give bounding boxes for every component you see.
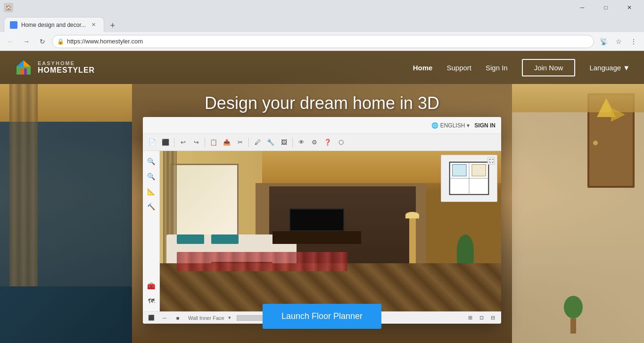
language-label: Language (589, 64, 621, 72)
tool-zoom-out[interactable]: 🔍 (145, 170, 158, 183)
close-button[interactable]: ✕ (619, 0, 640, 15)
toolbar-view-btn[interactable]: 👁 (296, 137, 307, 148)
statusbar-fit-icon[interactable]: ⊞ (465, 313, 475, 323)
globe-icon: 🌐 (431, 122, 438, 129)
address-input[interactable]: 🔒 https://www.homestyler.com (52, 35, 594, 48)
toolbar-redo-btn[interactable]: ↪ (190, 137, 202, 148)
statusbar-right: ⊞ ⊡ ⊟ (465, 313, 497, 323)
svg-rect-3 (20, 68, 23, 75)
statusbar-zoom-in-icon[interactable]: ⊡ (477, 313, 486, 323)
svg-rect-9 (472, 165, 486, 176)
toolbar-separator-3 (248, 138, 249, 147)
dropdown-arrow-icon: ▾ (467, 122, 470, 129)
app-signin-button[interactable]: SIGN IN (474, 122, 495, 129)
minimap-controls: ⛶ (487, 157, 495, 165)
title-bar: 🏠 ─ □ ✕ (0, 0, 644, 15)
toolbar-new-btn[interactable]: 📄 (147, 137, 158, 148)
app-header: 🌐 ENGLISH ▾ SIGN IN (143, 117, 501, 134)
toolbar-separator-4 (292, 138, 293, 147)
bookmark-icon[interactable]: ☆ (612, 35, 625, 48)
toolbar-copy-btn[interactable]: 📋 (208, 137, 219, 148)
tool-more[interactable]: 🧰 (145, 279, 158, 293)
statusbar-icon-3[interactable]: ■ (173, 313, 182, 323)
launch-floor-planner-button[interactable]: Launch Floor Planner (263, 304, 381, 329)
language-button[interactable]: Language ▼ (589, 64, 630, 72)
toolbar-share-btn[interactable]: ⬡ (335, 137, 347, 148)
minimap-expand[interactable]: ⛶ (487, 157, 495, 165)
website-content: EASYHOME HOMESTYLER Home Support Sign In… (0, 51, 644, 343)
app-toolbar: 📄 ⬛ ↩ ↪ 📋 📤 ✂ 🖊 🔧 🖼 👁 ⚙ ❓ ⬡ (143, 134, 501, 151)
toolbar-undo-btn[interactable]: ↩ (177, 137, 189, 148)
app-main-area: 🔍 🔍 📐 🔨 🧰 🗺 (143, 151, 501, 311)
menu-button[interactable]: ⋮ (627, 35, 640, 48)
new-tab-button[interactable]: + (106, 19, 119, 32)
address-right-icons: 📡 ☆ ⋮ (597, 35, 640, 48)
toolbar-texture-btn[interactable]: 🖼 (278, 137, 289, 148)
statusbar-slider[interactable] (237, 315, 265, 321)
minimize-button[interactable]: ─ (571, 0, 593, 15)
right-room-bg (512, 84, 644, 343)
toolbar-settings-btn[interactable]: ⚙ (309, 137, 320, 148)
browser-chrome: 🏠 ─ □ ✕ Home design and decor... ✕ + ← →… (0, 0, 644, 51)
tool-zoom-in[interactable]: 🔍 (145, 155, 158, 168)
logo-easy-text: EASYHOME (38, 60, 95, 66)
logo-home-text: HOMESTYLER (38, 66, 95, 75)
tab-close-button[interactable]: ✕ (90, 21, 98, 29)
toolbar-export-btn[interactable]: 📤 (221, 137, 232, 148)
tab-bar: Home design and decor... ✕ + (0, 15, 644, 32)
statusbar-wall-label: Wall Inner Face (188, 315, 224, 321)
svg-rect-8 (453, 165, 467, 176)
svg-marker-2 (17, 60, 24, 67)
statusbar-icon-1[interactable]: ⬛ (147, 313, 156, 323)
left-room-bg (0, 84, 132, 343)
app-preview-window: 🌐 ENGLISH ▾ SIGN IN 📄 ⬛ ↩ ↪ 📋 📤 ✂ 🖊 🔧 🖼 … (143, 117, 501, 324)
toolbar-object-btn[interactable]: 🔧 (265, 137, 276, 148)
join-now-button[interactable]: Join Now (522, 59, 576, 76)
minimap-panel[interactable]: ⛶ (441, 155, 497, 202)
nav-home-link[interactable]: Home (413, 64, 433, 72)
logo-area: EASYHOME HOMESTYLER (14, 58, 95, 77)
forward-button[interactable]: → (20, 35, 33, 48)
statusbar-left: ⬛ ─ ■ Wall Inner Face ▾ (147, 313, 265, 323)
toolbar-separator-2 (205, 138, 205, 147)
url-text: https://www.homestyler.com (67, 38, 589, 45)
address-bar: ← → ↻ 🔒 https://www.homestyler.com 📡 ☆ ⋮ (0, 32, 644, 51)
nav-support-link[interactable]: Support (446, 64, 471, 72)
statusbar-icon-2[interactable]: ─ (160, 313, 169, 323)
window-controls[interactable]: ─ □ ✕ (571, 0, 640, 15)
toolbar-separator-1 (174, 138, 174, 147)
statusbar-zoom-out-icon[interactable]: ⊟ (488, 313, 497, 323)
lock-icon: 🔒 (57, 38, 64, 45)
refresh-button[interactable]: ↻ (36, 35, 49, 48)
cast-icon[interactable]: 📡 (597, 35, 610, 48)
tab-title: Home design and decor... (21, 22, 86, 28)
app-language-selector[interactable]: 🌐 ENGLISH ▾ (431, 122, 470, 129)
active-tab[interactable]: Home design and decor... ✕ (4, 17, 104, 32)
tool-measure[interactable]: 📐 (145, 185, 158, 198)
app-sidebar: 🔍 🔍 📐 🔨 🧰 🗺 (143, 151, 160, 311)
navigation: EASYHOME HOMESTYLER Home Support Sign In… (0, 51, 644, 84)
tab-favicon (10, 21, 17, 29)
tool-edit[interactable]: 🔨 (145, 200, 158, 213)
logo-icon (14, 58, 33, 77)
tool-pan[interactable]: 🗺 (145, 294, 158, 308)
nav-signin-link[interactable]: Sign In (486, 64, 508, 72)
app-lang-label: ENGLISH (440, 122, 465, 129)
maximize-button[interactable]: □ (595, 0, 617, 15)
app-canvas[interactable]: ⛶ (160, 151, 501, 311)
svg-rect-4 (24, 68, 27, 75)
nav-links: Home Support Sign In Join Now Language ▼ (413, 59, 630, 76)
hero-title: Design your dream home in 3D (0, 93, 644, 113)
window-icon: 🏠 (4, 3, 13, 12)
toolbar-help-btn[interactable]: ❓ (322, 137, 333, 148)
toolbar-cut-btn[interactable]: ✂ (234, 137, 246, 148)
svg-marker-1 (24, 60, 31, 67)
back-button[interactable]: ← (4, 35, 17, 48)
chevron-down-icon: ▼ (623, 64, 630, 72)
logo-text: EASYHOME HOMESTYLER (38, 60, 95, 75)
toolbar-open-btn[interactable]: ⬛ (160, 137, 171, 148)
statusbar-dropdown-icon[interactable]: ▾ (228, 315, 231, 321)
toolbar-draw-btn[interactable]: 🖊 (252, 137, 263, 148)
